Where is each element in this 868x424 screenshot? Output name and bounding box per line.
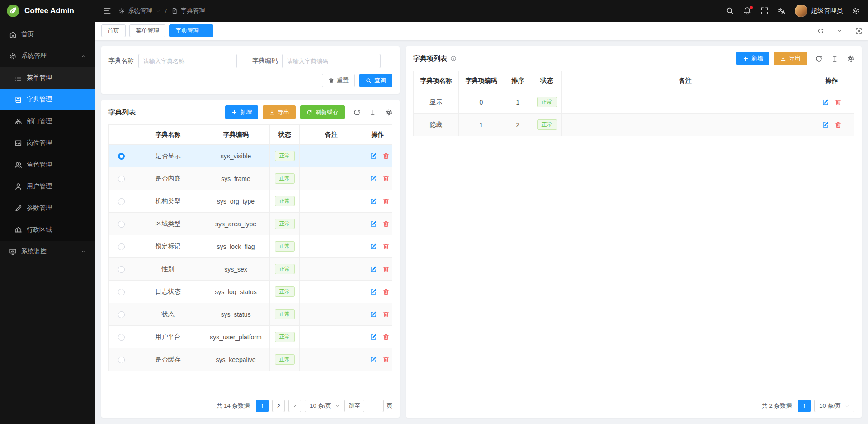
sidebar-item-tree[interactable]: 部门管理	[0, 110, 95, 132]
row-radio[interactable]	[118, 176, 125, 182]
notifications-button[interactable]	[743, 7, 751, 15]
sidebar-item-home[interactable]: 首页	[0, 24, 95, 45]
sidebar-item-user[interactable]: 用户管理	[0, 176, 95, 197]
settings-button[interactable]	[852, 7, 860, 15]
delete-icon[interactable]	[382, 356, 390, 363]
column-settings-icon[interactable]	[847, 55, 854, 62]
page-button-1[interactable]: 1	[256, 400, 269, 412]
sidebar-item-frame[interactable]: 岗位管理	[0, 132, 95, 154]
jump-page-input[interactable]	[363, 400, 384, 412]
page-size-select[interactable]: 10 条/页	[305, 400, 345, 412]
tabs: 首页菜单管理字典管理	[95, 24, 213, 37]
info-icon[interactable]	[450, 55, 457, 62]
user-menu[interactable]: 超级管理员	[795, 5, 843, 17]
edit-icon[interactable]	[370, 333, 377, 341]
row-radio[interactable]	[118, 334, 125, 341]
row-density-icon[interactable]	[369, 109, 377, 116]
delete-icon[interactable]	[382, 152, 390, 160]
row-density-icon[interactable]	[831, 55, 839, 62]
table-row[interactable]: 用户平台sys_user_platform正常	[109, 326, 392, 348]
sidebar-item-label: 部门管理	[27, 117, 52, 125]
page-button-2[interactable]: 2	[272, 400, 285, 412]
edit-icon[interactable]	[370, 198, 377, 205]
table-row[interactable]: 机构类型sys_org_type正常	[109, 190, 392, 213]
edit-icon[interactable]	[370, 266, 377, 273]
page-size-select[interactable]: 10 条/页	[814, 400, 854, 412]
sidebar-item-system[interactable]: 系统管理	[0, 45, 95, 67]
table-row[interactable]: 隐藏12正常	[414, 114, 854, 136]
edit-icon[interactable]	[370, 311, 377, 318]
add-item-button[interactable]: 新增	[736, 52, 769, 65]
row-radio[interactable]	[118, 266, 125, 273]
delete-icon[interactable]	[382, 311, 390, 318]
refresh-table-icon[interactable]	[353, 109, 361, 116]
row-radio[interactable]	[118, 311, 125, 318]
refresh-cache-button[interactable]: 刷新缓存	[300, 105, 345, 119]
delete-icon[interactable]	[382, 220, 390, 228]
menu-collapse-button[interactable]	[103, 7, 111, 15]
table-row[interactable]: 区域类型sys_area_type正常	[109, 213, 392, 235]
delete-icon[interactable]	[382, 175, 390, 182]
dict-code-input[interactable]	[282, 54, 381, 68]
delete-icon[interactable]	[382, 288, 390, 295]
fullscreen-button[interactable]	[760, 7, 769, 15]
row-radio[interactable]	[118, 289, 125, 295]
table-row[interactable]: 锁定标记sys_lock_flag正常	[109, 235, 392, 258]
tab-options-button[interactable]	[830, 22, 849, 40]
dict-name-cell: 状态	[134, 303, 202, 326]
page-button-1[interactable]: 1	[798, 400, 811, 412]
sidebar-item-monitor[interactable]: 系统监控	[0, 241, 95, 262]
tab-菜单管理[interactable]: 菜单管理	[129, 24, 165, 37]
row-radio[interactable]	[118, 221, 125, 228]
language-button[interactable]	[778, 7, 786, 15]
edit-icon[interactable]	[370, 243, 377, 250]
query-button[interactable]: 查询	[359, 74, 392, 87]
table-row[interactable]: 是否显示sys_visible正常	[109, 145, 392, 167]
edit-icon[interactable]	[370, 220, 377, 228]
delete-icon[interactable]	[382, 198, 390, 205]
row-radio[interactable]	[118, 357, 125, 363]
edit-icon[interactable]	[370, 288, 377, 295]
tab-首页[interactable]: 首页	[101, 24, 126, 37]
refresh-page-button[interactable]	[811, 22, 830, 40]
refresh-table-icon[interactable]	[815, 55, 823, 62]
breadcrumb: 系统管理 / 字典管理	[118, 7, 205, 15]
table-row[interactable]: 日志状态sys_log_status正常	[109, 281, 392, 303]
delete-icon[interactable]	[382, 333, 390, 341]
sidebar-item-bank[interactable]: 行政区域	[0, 219, 95, 241]
sidebar-item-list[interactable]: 菜单管理	[0, 67, 95, 89]
edit-icon[interactable]	[370, 175, 377, 182]
content-fullscreen-button[interactable]	[849, 22, 868, 40]
table-row[interactable]: 是否内嵌sys_frame正常	[109, 167, 392, 190]
search-button[interactable]	[726, 7, 734, 15]
column-settings-icon[interactable]	[385, 109, 392, 116]
edit-icon[interactable]	[370, 356, 377, 363]
sidebar-item-people[interactable]: 角色管理	[0, 154, 95, 176]
sidebar-item-book[interactable]: 字典管理	[0, 89, 95, 110]
close-icon[interactable]	[202, 29, 207, 33]
row-radio[interactable]	[118, 198, 125, 205]
delete-icon[interactable]	[382, 243, 390, 250]
delete-icon[interactable]	[835, 99, 842, 106]
breadcrumb-item-system[interactable]: 系统管理	[128, 7, 152, 15]
sidebar-item-pen[interactable]: 参数管理	[0, 197, 95, 219]
table-row[interactable]: 显示01正常	[414, 91, 854, 114]
edit-icon[interactable]	[822, 99, 829, 106]
delete-icon[interactable]	[835, 121, 842, 129]
table-row[interactable]: 是否缓存sys_keepalive正常	[109, 348, 392, 371]
reset-button[interactable]: 重置	[322, 74, 355, 87]
export-button[interactable]: 导出	[263, 105, 296, 119]
edit-icon[interactable]	[822, 121, 829, 129]
delete-icon[interactable]	[382, 266, 390, 273]
table-row[interactable]: 状态sys_status正常	[109, 303, 392, 326]
add-button[interactable]: 新增	[225, 105, 258, 119]
export-item-button[interactable]: 导出	[774, 52, 807, 65]
clear-icon	[328, 78, 334, 84]
row-radio[interactable]	[118, 153, 125, 160]
next-page-button[interactable]	[288, 400, 301, 412]
dict-name-input[interactable]	[138, 54, 237, 68]
row-radio[interactable]	[118, 243, 125, 250]
tab-字典管理[interactable]: 字典管理	[169, 24, 213, 37]
edit-icon[interactable]	[370, 152, 377, 160]
table-row[interactable]: 性别sys_sex正常	[109, 258, 392, 281]
